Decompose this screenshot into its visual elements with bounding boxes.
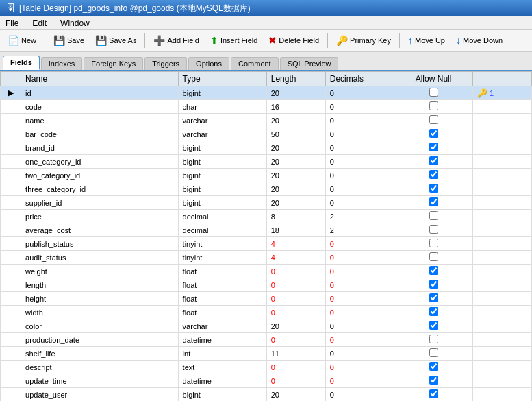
field-allownull[interactable] (394, 155, 473, 169)
field-length[interactable]: 0 (266, 292, 325, 306)
field-decimals[interactable]: 0 (325, 141, 394, 155)
allownull-checkbox[interactable] (429, 293, 438, 302)
menu-window[interactable]: Window (58, 18, 92, 29)
table-row[interactable]: brand_idbigint200 (1, 141, 532, 155)
field-allownull[interactable] (394, 237, 473, 251)
field-allownull[interactable] (394, 306, 473, 319)
allownull-checkbox[interactable] (429, 143, 438, 151)
field-length[interactable]: 20 (266, 196, 325, 210)
allownull-checkbox[interactable] (429, 129, 438, 138)
field-type[interactable]: float (178, 292, 266, 306)
allownull-checkbox[interactable] (429, 362, 438, 371)
field-name[interactable]: brand_id (21, 141, 179, 155)
field-decimals[interactable]: 0 (325, 155, 394, 169)
field-type[interactable]: varchar (178, 127, 266, 141)
field-decimals[interactable]: 0 (325, 388, 394, 402)
field-allownull[interactable] (394, 100, 473, 114)
tab-foreignkeys[interactable]: Foreign Keys (84, 57, 143, 70)
field-allownull[interactable] (394, 127, 473, 141)
field-type[interactable]: float (178, 265, 266, 278)
field-allownull[interactable] (394, 388, 473, 402)
allownull-checkbox[interactable] (429, 389, 438, 398)
field-type[interactable]: bigint (178, 141, 266, 155)
table-row[interactable]: namevarchar200 (1, 114, 532, 127)
field-decimals[interactable]: 0 (325, 196, 394, 210)
field-type[interactable]: float (178, 306, 266, 319)
field-type[interactable]: decimal (178, 223, 266, 237)
table-row[interactable]: descripttext00 (1, 361, 532, 374)
field-length[interactable]: 20 (266, 182, 325, 196)
field-allownull[interactable] (394, 278, 473, 292)
field-decimals[interactable]: 0 (325, 251, 394, 265)
field-name[interactable]: color (21, 319, 179, 333)
allownull-checkbox[interactable] (429, 156, 438, 165)
table-row[interactable]: heightfloat00 (1, 292, 532, 306)
allownull-checkbox[interactable] (429, 376, 438, 385)
allownull-checkbox[interactable] (429, 280, 438, 289)
menu-edit[interactable]: Edit (29, 18, 49, 29)
field-length[interactable]: 0 (266, 361, 325, 374)
field-allownull[interactable] (394, 333, 473, 347)
field-length[interactable]: 20 (266, 169, 325, 182)
tab-indexes[interactable]: Indexes (41, 57, 83, 70)
table-row[interactable]: weightfloat00 (1, 265, 532, 278)
field-allownull[interactable] (394, 347, 473, 361)
field-name[interactable]: one_category_id (21, 155, 179, 169)
field-allownull[interactable] (394, 86, 473, 100)
field-length[interactable]: 16 (266, 100, 325, 114)
field-length[interactable]: 20 (266, 388, 325, 402)
field-allownull[interactable] (394, 292, 473, 306)
field-type[interactable]: varchar (178, 114, 266, 127)
deletefield-button[interactable]: ✖ Delete Field (264, 32, 324, 49)
field-decimals[interactable]: 0 (325, 333, 394, 347)
field-allownull[interactable] (394, 265, 473, 278)
field-type[interactable]: float (178, 278, 266, 292)
field-allownull[interactable] (394, 210, 473, 223)
tab-triggers[interactable]: Triggers (144, 57, 187, 70)
field-name[interactable]: publish_status (21, 237, 179, 251)
field-type[interactable]: bigint (178, 155, 266, 169)
allownull-checkbox[interactable] (429, 170, 438, 179)
field-type[interactable]: int (178, 347, 266, 361)
save-button[interactable]: 💾 Save (49, 32, 89, 49)
table-row[interactable]: publish_statustinyint40 (1, 237, 532, 251)
field-length[interactable]: 0 (266, 374, 325, 388)
field-decimals[interactable]: 0 (325, 182, 394, 196)
saveas-button[interactable]: 💾 Save As (90, 32, 141, 49)
allownull-checkbox[interactable] (429, 321, 438, 330)
allownull-checkbox[interactable] (429, 115, 438, 124)
field-decimals[interactable]: 0 (325, 265, 394, 278)
field-length[interactable]: 20 (266, 86, 325, 100)
field-name[interactable]: shelf_life (21, 347, 179, 361)
table-row[interactable]: production_datedatetime00 (1, 333, 532, 347)
allownull-checkbox[interactable] (429, 307, 438, 316)
field-name[interactable]: update_user (21, 388, 179, 402)
field-length[interactable]: 20 (266, 155, 325, 169)
field-name[interactable]: height (21, 292, 179, 306)
field-decimals[interactable]: 0 (325, 361, 394, 374)
insertfield-button[interactable]: ⬆ Insert Field (205, 32, 262, 49)
allownull-checkbox[interactable] (429, 197, 438, 206)
field-name[interactable]: production_date (21, 333, 179, 347)
field-allownull[interactable] (394, 223, 473, 237)
allownull-checkbox[interactable] (429, 252, 438, 261)
moveup-button[interactable]: ↑ Move Up (403, 32, 450, 49)
field-length[interactable]: 4 (266, 251, 325, 265)
menu-file[interactable]: File (3, 18, 21, 29)
allownull-checkbox[interactable] (429, 184, 438, 193)
field-length[interactable]: 20 (266, 319, 325, 333)
field-type[interactable]: bigint (178, 196, 266, 210)
field-name[interactable]: id (21, 86, 179, 100)
table-row[interactable]: one_category_idbigint200 (1, 155, 532, 169)
allownull-checkbox[interactable] (429, 101, 438, 110)
field-name[interactable]: length (21, 278, 179, 292)
field-name[interactable]: price (21, 210, 179, 223)
table-row[interactable]: codechar160 (1, 100, 532, 114)
field-length[interactable]: 0 (266, 278, 325, 292)
table-row[interactable]: ▶idbigint200🔑 1 (1, 86, 532, 100)
field-name[interactable]: width (21, 306, 179, 319)
field-length[interactable]: 11 (266, 347, 325, 361)
field-name[interactable]: update_time (21, 374, 179, 388)
addfield-button[interactable]: ➕ Add Field (149, 32, 203, 49)
field-allownull[interactable] (394, 169, 473, 182)
